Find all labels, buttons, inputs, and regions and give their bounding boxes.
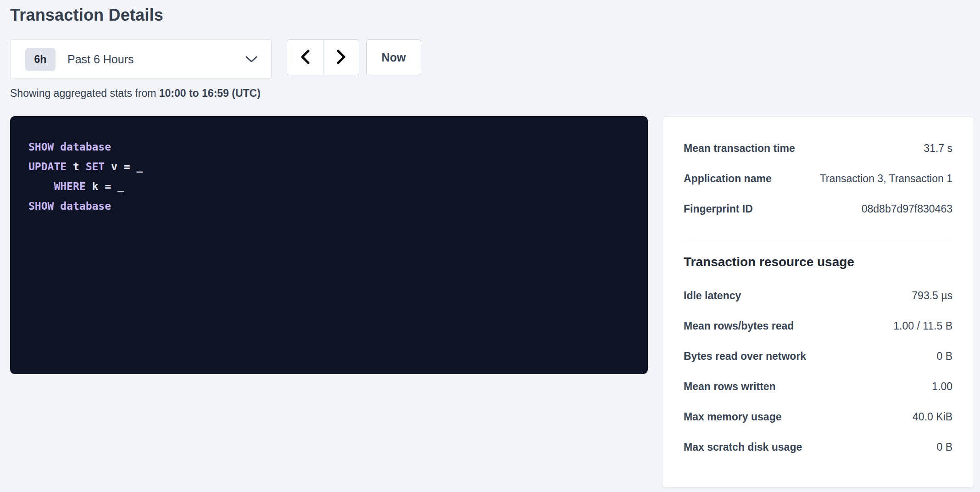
stat-row: Mean rows/bytes read 1.00 / 11.5 B xyxy=(684,311,952,341)
sql-keyword-token: SET xyxy=(86,161,105,173)
stat-label: Bytes read over network xyxy=(684,350,806,363)
stat-row: Application name Transaction 3, Transact… xyxy=(684,163,952,194)
stat-row: Mean rows written 1.00 xyxy=(684,371,952,402)
time-range-dropdown[interactable]: 6h Past 6 Hours xyxy=(10,39,272,79)
stat-row: Max memory usage 40.0 KiB xyxy=(684,402,952,432)
sql-keyword-token: WHERE xyxy=(54,180,85,192)
stat-row: Bytes read over network 0 B xyxy=(684,341,952,371)
stat-value: 08d8b7d97f830463 xyxy=(862,203,952,215)
chevron-down-icon xyxy=(245,56,257,63)
stat-label: Application name xyxy=(684,173,772,185)
sql-plain-token: v = _ xyxy=(105,161,143,173)
sql-plain-token xyxy=(54,141,60,153)
sql-plain-token xyxy=(54,200,60,212)
aggregated-stats-caption: Showing aggregated stats from 10:00 to 1… xyxy=(10,87,980,100)
stat-value: 1.00 / 11.5 B xyxy=(893,320,952,332)
sql-keyword-token: SHOW xyxy=(28,141,54,153)
stat-label: Max memory usage xyxy=(684,411,781,423)
resource-stats-list: Idle latency 793.5 µs Mean rows/bytes re… xyxy=(684,280,952,462)
stat-value: 31.7 s xyxy=(924,142,952,155)
time-range-badge: 6h xyxy=(25,48,56,71)
sql-keyword-token: SHOW xyxy=(28,200,54,212)
resource-usage-heading: Transaction resource usage xyxy=(684,255,952,269)
now-button[interactable]: Now xyxy=(366,39,421,75)
stat-label: Max scratch disk usage xyxy=(684,441,802,453)
aggregated-stats-range: 10:00 to 16:59 (UTC) xyxy=(159,87,261,99)
stat-value: 0 B xyxy=(936,350,952,363)
page-title: Transaction Details xyxy=(10,6,980,25)
sql-plain-token: k = _ xyxy=(86,180,124,192)
stat-label: Mean rows written xyxy=(684,380,776,393)
sql-keyword-token: database xyxy=(60,200,111,212)
stat-label: Mean rows/bytes read xyxy=(684,320,794,332)
sql-keyword-token: UPDATE xyxy=(28,161,67,173)
sql-plain-token xyxy=(28,180,54,192)
stat-label: Fingerprint ID xyxy=(684,203,753,215)
stat-label: Mean transaction time xyxy=(684,142,795,155)
stat-value: Transaction 3, Transaction 1 xyxy=(820,173,952,185)
summary-stats-list: Mean transaction time 31.7 s Application… xyxy=(684,133,952,224)
stat-value: 0 B xyxy=(936,441,952,453)
stat-value: 793.5 µs xyxy=(912,290,952,302)
stat-value: 40.0 KiB xyxy=(913,411,952,423)
transaction-details-page: Transaction Details 6h Past 6 Hours Now … xyxy=(0,0,980,488)
sql-plain-token: t xyxy=(67,161,86,173)
aggregated-stats-prefix: Showing aggregated stats from xyxy=(10,87,159,99)
time-toolbar: 6h Past 6 Hours Now xyxy=(10,39,980,79)
time-window-arrows xyxy=(287,39,359,75)
card-divider xyxy=(684,239,952,239)
chevron-left-icon xyxy=(300,50,310,66)
time-range-label: Past 6 Hours xyxy=(67,53,134,66)
transaction-stats-card: Mean transaction time 31.7 s Application… xyxy=(662,116,974,488)
stat-row: Fingerprint ID 08d8b7d97f830463 xyxy=(684,194,952,224)
next-time-window-button[interactable] xyxy=(323,40,359,75)
stat-label: Idle latency xyxy=(684,290,741,302)
stat-row: Mean transaction time 31.7 s xyxy=(684,133,952,163)
details-content: SHOW database UPDATE t SET v = _ WHERE k… xyxy=(10,116,980,488)
stat-row: Max scratch disk usage 0 B xyxy=(684,432,952,462)
stat-value: 1.00 xyxy=(932,380,952,393)
prev-time-window-button[interactable] xyxy=(287,40,323,75)
chevron-right-icon xyxy=(336,50,346,66)
sql-statement-box: SHOW database UPDATE t SET v = _ WHERE k… xyxy=(10,116,648,374)
stat-row: Idle latency 793.5 µs xyxy=(684,280,952,311)
sql-keyword-token: database xyxy=(60,141,111,153)
